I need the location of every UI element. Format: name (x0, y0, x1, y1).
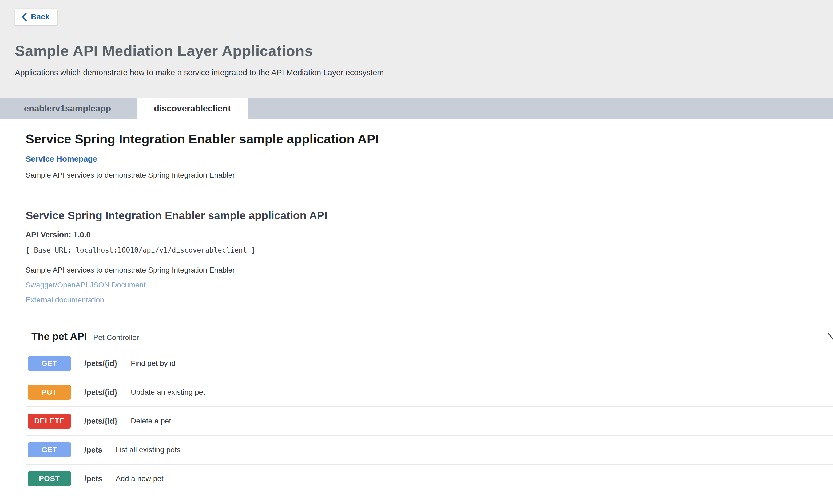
service-description: Sample API services to demonstrate Sprin… (26, 171, 833, 179)
service-tabbar: enablerv1sampleapp discoverableclient (0, 98, 833, 120)
tab-enablerv1sampleapp[interactable]: enablerv1sampleapp (0, 98, 135, 120)
operation-path: /pets/{id} (84, 388, 117, 397)
service-title: Service Spring Integration Enabler sampl… (26, 132, 833, 146)
api-version: API Version: 1.0.0 (26, 230, 833, 239)
method-badge: PUT (28, 385, 71, 400)
page-title: Sample API Mediation Layer Applications (15, 42, 833, 59)
operation-description: Find pet by id (131, 359, 175, 368)
method-badge: GET (28, 443, 71, 457)
api-doc-title: Service Spring Integration Enabler sampl… (26, 209, 833, 222)
pet-api-header[interactable]: The pet API Pet Controller (26, 331, 833, 343)
external-docs-link[interactable]: External documentation (26, 296, 833, 304)
method-badge: DELETE (28, 413, 71, 429)
operation-description: Add a new pet (116, 474, 164, 483)
operation-row-put-pet[interactable]: PUT /pets/{id} Update an existing pet (26, 378, 833, 407)
operation-description: List all existing pets (116, 446, 181, 454)
method-badge: GET (28, 356, 71, 371)
operation-path: /pets (84, 474, 102, 483)
swagger-json-link[interactable]: Swagger/OpenAPI JSON Document (26, 281, 833, 289)
operation-description: Update an existing pet (131, 388, 205, 397)
operation-list: GET /pets/{id} Find pet by id PUT /pets/… (26, 349, 833, 493)
operation-row-delete-pet[interactable]: DELETE /pets/{id} Delete a pet (26, 407, 833, 436)
pet-api-subtitle: Pet Controller (93, 333, 139, 342)
service-homepage-link[interactable]: Service Homepage (26, 154, 97, 163)
method-badge: POST (28, 471, 71, 486)
page-subtitle: Applications which demonstrate how to ma… (15, 68, 833, 77)
chevron-left-icon (21, 12, 27, 21)
back-button[interactable]: Back (15, 8, 57, 25)
operation-path: /pets/{id} (84, 359, 117, 368)
api-base-url: [ Base URL: localhost:10010/api/v1/disco… (26, 246, 833, 254)
page-header: Back Sample API Mediation Layer Applicat… (0, 0, 833, 98)
operation-row-get-pet-by-id[interactable]: GET /pets/{id} Find pet by id (26, 349, 833, 378)
back-button-label: Back (31, 12, 49, 21)
main-content: Service Spring Integration Enabler sampl… (0, 120, 833, 493)
operation-row-list-pets[interactable]: GET /pets List all existing pets (26, 436, 833, 464)
pet-api-title: The pet API (31, 331, 87, 343)
operation-path: /pets/{id} (84, 417, 117, 426)
api-description: Sample API services to demonstrate Sprin… (26, 266, 833, 274)
tab-discoverableclient[interactable]: discoverableclient (137, 98, 248, 120)
operation-path: /pets (84, 446, 102, 454)
chevron-down-icon[interactable] (826, 329, 833, 343)
pet-api-section: The pet API Pet Controller GET /pets/{id… (26, 331, 833, 493)
operation-row-add-pet[interactable]: POST /pets Add a new pet (26, 464, 833, 493)
operation-description: Delete a pet (131, 417, 171, 425)
